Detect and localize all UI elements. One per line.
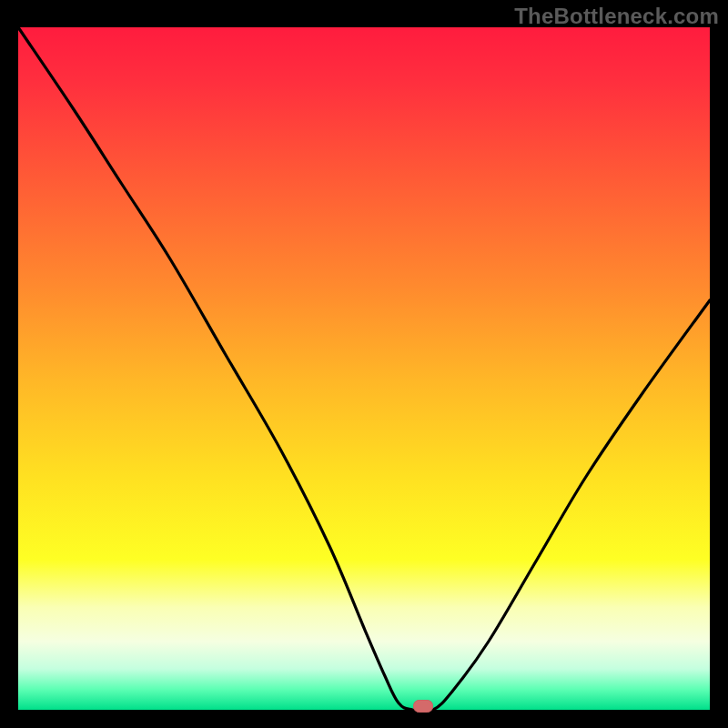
watermark-text: TheBottleneck.com	[514, 4, 719, 29]
optimum-marker	[413, 700, 433, 713]
plot-area	[18, 27, 710, 710]
bottleneck-curve	[18, 27, 710, 710]
curve-path	[18, 27, 710, 712]
chart-frame: TheBottleneck.com	[0, 0, 728, 728]
